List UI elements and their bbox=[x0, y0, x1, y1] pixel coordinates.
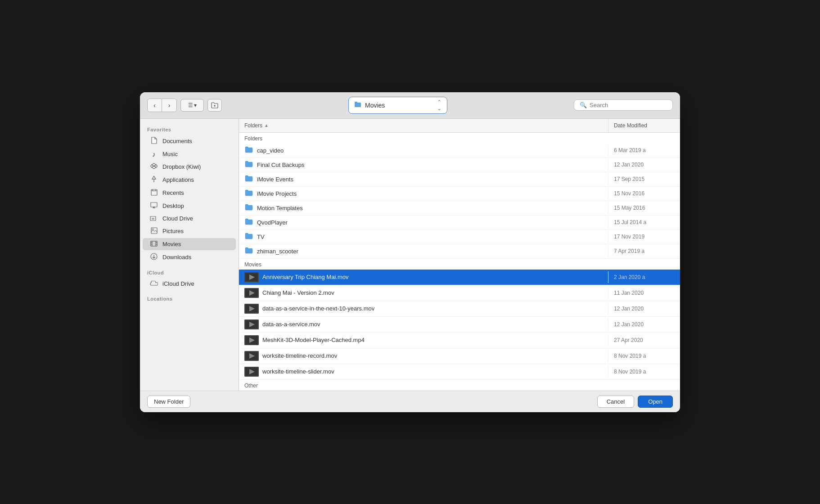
dropbox-icon bbox=[150, 163, 158, 171]
bottom-bar: New Folder Cancel Open bbox=[140, 391, 680, 412]
file-row[interactable]: TV 17 Nov 2019 bbox=[239, 230, 680, 244]
favorites-section-title: Favorites bbox=[140, 124, 239, 134]
search-icon: 🔍 bbox=[580, 102, 587, 108]
section-label-other: Other bbox=[239, 380, 680, 391]
file-name: iMovie Events bbox=[257, 176, 293, 183]
icloud-drive-label: iCloud Drive bbox=[162, 280, 194, 287]
section-label-folders: Folders bbox=[239, 133, 680, 144]
documents-icon bbox=[150, 137, 158, 145]
file-date: 27 Apr 2020 bbox=[608, 334, 680, 346]
file-name: iMovie Projects bbox=[257, 190, 297, 197]
file-date: 12 Jan 2020 bbox=[608, 159, 680, 171]
file-row[interactable]: Chiang Mai - Version 2.mov 11 Jan 2020 bbox=[239, 285, 680, 301]
sidebar-item-recents[interactable]: Recents bbox=[143, 187, 236, 199]
file-row[interactable]: QvodPlayer 15 Jul 2014 a bbox=[239, 216, 680, 230]
file-row[interactable]: Motion Templates 15 May 2016 bbox=[239, 201, 680, 216]
file-row[interactable]: iMovie Projects 15 Nov 2016 bbox=[239, 187, 680, 201]
recents-label: Recents bbox=[162, 189, 184, 196]
toolbar-new-folder-button[interactable] bbox=[207, 99, 222, 112]
dropbox-label: Dropbox (Kiwi) bbox=[162, 163, 201, 170]
file-row[interactable]: Final Cut Backups 12 Jan 2020 bbox=[239, 158, 680, 172]
sidebar-item-dropbox[interactable]: Dropbox (Kiwi) bbox=[143, 161, 236, 173]
movies-label: Movies bbox=[162, 241, 181, 248]
sidebar-item-movies[interactable]: Movies bbox=[143, 238, 236, 250]
file-name: Motion Templates bbox=[257, 205, 303, 212]
svg-rect-23 bbox=[151, 241, 157, 246]
icloud-drive-icon bbox=[150, 280, 158, 288]
svg-marker-2 bbox=[152, 163, 156, 166]
forward-button[interactable]: › bbox=[162, 99, 176, 112]
row-content: MeshKit-3D-Model-Player-Cached.mp4 bbox=[239, 333, 608, 348]
video-thumbnail bbox=[244, 304, 259, 314]
svg-line-7 bbox=[154, 176, 156, 179]
folder-icon bbox=[244, 204, 253, 212]
file-open-dialog: ‹ › ☰ ▾ Movies ⌃⌄ bbox=[140, 92, 680, 412]
open-button[interactable]: Open bbox=[638, 396, 673, 408]
folder-icon bbox=[244, 189, 253, 198]
row-content: data-as-a-service-in-the-next-10-years.m… bbox=[239, 301, 608, 316]
row-content: worksite-timeline-slider.mov bbox=[239, 364, 608, 379]
row-content: Anniversary Trip Chiang Mai.mov bbox=[239, 270, 608, 285]
col-header-folders[interactable]: Folders ▲ bbox=[239, 119, 608, 132]
documents-label: Documents bbox=[162, 138, 192, 144]
cancel-button[interactable]: Cancel bbox=[597, 396, 634, 408]
sidebar-item-documents[interactable]: Documents bbox=[143, 135, 236, 148]
file-name: QvodPlayer bbox=[257, 219, 288, 226]
file-date: 6 Mar 2019 a bbox=[608, 144, 680, 156]
file-row[interactable]: worksite-timeline-slider.mov 8 Nov 2019 … bbox=[239, 364, 680, 380]
nav-buttons: ‹ › bbox=[147, 99, 177, 112]
file-row[interactable]: worksite-timeline-record.mov 8 Nov 2019 … bbox=[239, 348, 680, 364]
view-button[interactable]: ☰ ▾ bbox=[180, 99, 204, 112]
folder-icon bbox=[244, 161, 253, 169]
main-content: Favorites Documents ♪ Music bbox=[140, 119, 680, 391]
file-name: zhiman_scooter bbox=[257, 248, 298, 255]
file-row[interactable]: MeshKit-3D-Model-Player-Cached.mp4 27 Ap… bbox=[239, 333, 680, 348]
sidebar-item-desktop[interactable]: Desktop bbox=[143, 200, 236, 212]
locations-section-title: Locations bbox=[140, 293, 239, 303]
icloud-section-title: iCloud bbox=[140, 267, 239, 277]
svg-rect-14 bbox=[151, 202, 157, 207]
sidebar-item-music[interactable]: ♪ Music bbox=[143, 148, 236, 160]
file-name: data-as-a-service.mov bbox=[262, 321, 320, 328]
new-folder-icon bbox=[211, 102, 218, 108]
file-name: worksite-timeline-record.mov bbox=[262, 352, 337, 359]
file-name: Chiang Mai - Version 2.mov bbox=[262, 289, 334, 296]
recents-icon bbox=[150, 189, 158, 197]
folder-icon bbox=[244, 146, 253, 155]
video-thumbnail bbox=[244, 320, 259, 329]
file-row[interactable]: data-as-a-service-in-the-next-10-years.m… bbox=[239, 301, 680, 317]
col-header-date[interactable]: Date Modified bbox=[608, 119, 680, 132]
file-row[interactable]: cap_video 6 Mar 2019 a bbox=[239, 144, 680, 158]
location-bar: Movies ⌃⌄ bbox=[225, 97, 570, 114]
search-input[interactable] bbox=[590, 102, 667, 108]
pictures-label: Pictures bbox=[162, 228, 184, 234]
folder-icon bbox=[244, 247, 253, 256]
file-date: 2 Jan 2020 a bbox=[608, 271, 680, 283]
sidebar: Favorites Documents ♪ Music bbox=[140, 119, 239, 391]
file-date: 15 May 2016 bbox=[608, 202, 680, 214]
file-date: 15 Jul 2014 a bbox=[608, 216, 680, 228]
sidebar-item-downloads[interactable]: Downloads bbox=[143, 251, 236, 264]
new-folder-button[interactable]: New Folder bbox=[147, 396, 190, 408]
date-col-label: Date Modified bbox=[614, 122, 647, 129]
row-content: Chiang Mai - Version 2.mov bbox=[239, 285, 608, 301]
file-name: Final Cut Backups bbox=[257, 162, 305, 168]
search-bar[interactable]: 🔍 bbox=[574, 99, 673, 111]
sidebar-item-icloud-drive[interactable]: iCloud Drive bbox=[143, 278, 236, 290]
svg-rect-10 bbox=[151, 189, 157, 195]
file-row[interactable]: zhiman_scooter 7 Apr 2019 a bbox=[239, 244, 680, 259]
file-date: 8 Nov 2019 a bbox=[608, 350, 680, 362]
svg-marker-5 bbox=[152, 166, 156, 169]
location-selector[interactable]: Movies ⌃⌄ bbox=[348, 97, 447, 114]
file-row[interactable]: data-as-a-service.mov 12 Jan 2020 bbox=[239, 317, 680, 333]
sidebar-item-pictures[interactable]: Pictures bbox=[143, 225, 236, 238]
file-name: data-as-a-service-in-the-next-10-years.m… bbox=[262, 305, 374, 312]
back-button[interactable]: ‹ bbox=[148, 99, 162, 112]
downloads-label: Downloads bbox=[162, 254, 191, 261]
file-row[interactable]: Anniversary Trip Chiang Mai.mov 2 Jan 20… bbox=[239, 270, 680, 285]
file-row[interactable]: iMovie Events 17 Sep 2015 bbox=[239, 172, 680, 187]
file-date: 8 Nov 2019 a bbox=[608, 366, 680, 378]
sidebar-item-cloud-drive[interactable]: Cloud Drive bbox=[143, 212, 236, 225]
cloud-drive-icon bbox=[150, 215, 158, 222]
sidebar-item-applications[interactable]: Applications bbox=[143, 173, 236, 186]
